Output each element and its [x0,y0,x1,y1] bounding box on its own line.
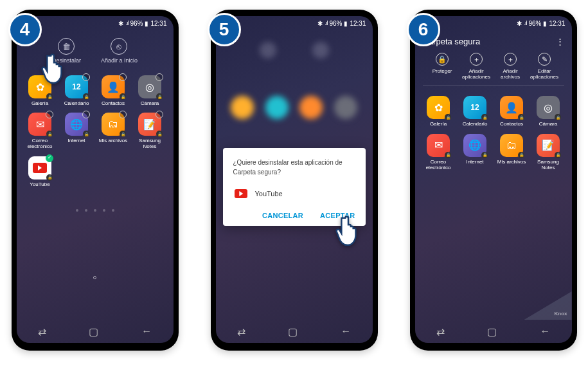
selection-checkbox[interactable] [82,73,90,81]
app-icon: ✿🔒 [28,75,51,98]
secure-badge-icon: 🔒 [555,114,561,120]
app-correo-electrónico[interactable]: ✉🔒Correo electrónico [23,113,57,149]
add-home-action[interactable]: ⎋ Añadir a Inicio [101,38,138,64]
tool-proteger[interactable]: 🔒Proteger [425,53,459,80]
selection-checkbox[interactable] [46,73,53,81]
app-mis-archivos[interactable]: 🗂🔒Mis archivos [96,113,130,149]
secure-badge-icon: 🔒 [83,93,89,100]
app-galería[interactable]: ✿🔒Galería [23,75,57,106]
screen: ✱ .ıl 96% ▮ 12:31 [216,16,373,343]
app-icon: 🗂🔒 [102,113,125,136]
knox-watermark: Knox [524,291,572,320]
selection-checkbox[interactable] [46,154,53,162]
app-label: Correo electrónico [23,138,57,149]
screen: ✱ .ıl 96% ▮ 12:31 Carpeta segura ⋮ 🔒Prot… [415,16,572,343]
tool-editar-aplicaciones[interactable]: ✎Editar aplicaciones [528,53,562,80]
nav-home[interactable]: ▢ [89,326,98,338]
signal-icon: .ıl [325,20,327,26]
more-icon[interactable]: ⋮ [556,37,564,46]
battery-pct: 96% [528,20,541,27]
app-samsung-notes[interactable]: 📝🔒Samsung Notes [133,113,167,149]
app-icon: 12🔒 [65,75,88,98]
uninstall-action[interactable]: 🗑 Desinstalar [52,38,81,64]
secure-badge-icon: 🔒 [120,93,126,100]
app-internet[interactable]: 🌐🔒Internet [60,113,94,149]
app-label: Calendario [64,100,89,106]
app-samsung-notes[interactable]: 📝🔒Samsung Notes [531,134,566,170]
app-icon: ◎🔒 [537,96,560,119]
app-label: Samsung Notes [531,159,566,170]
tool-añadir-aplicaciones[interactable]: ＋Añadir aplicaciones [459,53,494,80]
nav-back[interactable]: ← [540,326,550,337]
blurred-background [216,30,373,125]
toolbar: 🔒Proteger＋Añadir aplicaciones＋Añadir arc… [423,53,564,86]
app-calendario[interactable]: 12🔒Calendario [458,96,492,127]
nav-recents[interactable]: ⇄ [38,326,46,338]
app-internet[interactable]: 🌐🔒Internet [458,134,492,170]
app-label: Galería [430,121,447,127]
battery-pct: 96% [329,20,342,27]
app-label: Mis archivos [497,159,526,165]
app-mis-archivos[interactable]: 🗂🔒Mis archivos [495,134,529,170]
clock: 12:31 [549,20,565,27]
app-icon: ✿🔒 [427,96,450,119]
phone-frame: ✱ .ıl 96% ▮ 12:31 Carpeta segura ⋮ 🔒Prot… [410,10,577,351]
app-label: Internet [466,159,483,165]
app-contactos[interactable]: 👤🔒Contactos [96,75,130,106]
secure-badge-icon: 🔒 [445,152,451,158]
app-grid: ✿🔒Galería12🔒Calendario👤🔒Contactos◎🔒Cámar… [415,89,572,173]
nav-bar: ⇄ ▢ ← [216,320,373,343]
secure-badge-icon: 🔒 [445,114,451,120]
youtube-icon [233,186,249,201]
app-label: Contactos [102,100,125,106]
nav-recents[interactable]: ⇄ [237,326,245,338]
app-contactos[interactable]: 👤🔒Contactos [495,96,529,127]
app-youtube[interactable]: 🔒YouTube [23,156,57,187]
battery-icon: ▮ [344,20,348,27]
dialog-message: ¿Quiere desinstalar esta aplicación de C… [233,158,355,177]
tool-añadir-archivos[interactable]: ＋Añadir archivos [494,53,528,80]
nav-recents[interactable]: ⇄ [436,326,445,338]
secure-badge-icon: 🔒 [518,114,524,120]
phone-frame: ✱ .ıl 96% ▮ 12:31 [211,10,378,351]
bluetooth-icon: ✱ [118,20,123,27]
secure-badge-icon: 🔒 [156,131,163,137]
selection-checkbox[interactable] [156,111,163,118]
app-galería[interactable]: ✿🔒Galería [422,96,456,127]
add-home-icon: ⎋ [111,38,127,55]
app-label: Contactos [500,121,523,127]
accept-button[interactable]: ACEPTAR [320,212,355,219]
nav-home[interactable]: ▢ [487,326,497,338]
selection-checkbox[interactable] [119,111,127,118]
tool-label: Proteger [432,68,452,74]
app-correo-electrónico[interactable]: ✉🔒Correo electrónico [422,134,456,170]
step-6: 6 ✱ .ıl 96% ▮ 12:31 Carpeta segura ⋮ 🔒Pr… [404,10,584,351]
secure-badge-icon: 🔒 [46,174,53,181]
battery-icon: ▮ [145,20,148,27]
app-cámara[interactable]: ◎🔒Cámara [133,75,167,106]
selection-checkbox[interactable] [82,111,90,118]
add-home-label: Añadir a Inicio [101,57,138,64]
selection-checkbox[interactable] [156,73,163,81]
secure-badge-icon: 🔒 [156,93,163,100]
phone-frame: ✱ .ıl 96% ▮ 12:31 🗑 Desinstalar ⎋ Añadir… [12,10,179,351]
secure-badge-icon: 🔒 [83,131,89,137]
app-icon: 🌐🔒 [463,134,486,157]
selection-checkbox[interactable] [46,111,53,118]
nav-back[interactable]: ← [341,326,351,337]
tool-icon: 🔒 [436,53,449,66]
selection-checkbox[interactable] [119,73,127,81]
nav-home[interactable]: ▢ [288,326,298,338]
app-icon: 🗂🔒 [500,134,523,157]
bluetooth-icon: ✱ [517,20,522,27]
dialog-app-name: YouTube [255,190,283,198]
app-label: Galería [31,100,48,106]
app-calendario[interactable]: 12🔒Calendario [60,75,94,106]
tutorial-steps: 4 ✱ .ıl 96% ▮ 12:31 🗑 Desinstalar [6,10,582,351]
app-icon: 👤🔒 [500,96,523,119]
nav-back[interactable]: ← [141,326,152,337]
battery-icon: ▮ [543,20,547,27]
cancel-button[interactable]: CANCELAR [262,212,303,219]
app-grid: ✿🔒Galería12🔒Calendario👤🔒Contactos◎🔒Cámar… [17,73,174,190]
app-cámara[interactable]: ◎🔒Cámara [531,96,566,127]
